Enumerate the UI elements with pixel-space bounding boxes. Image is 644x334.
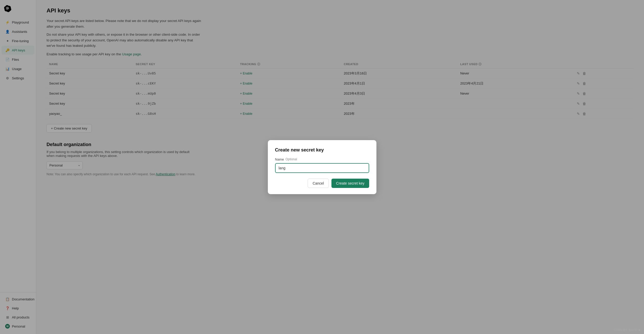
modal-actions: Cancel Create secret key <box>275 179 369 188</box>
cancel-button[interactable]: Cancel <box>308 179 329 188</box>
secret-key-name-input[interactable] <box>275 163 369 173</box>
modal-title: Create new secret key <box>275 147 369 153</box>
create-secret-key-modal: Create new secret key Name Optional Canc… <box>268 140 376 194</box>
watermark: CSDN @1: 知识店 ★ <box>614 328 641 332</box>
modal-optional-label: Optional <box>285 157 297 161</box>
modal-name-label: Name Optional <box>275 157 369 161</box>
modal-overlay[interactable]: Create new secret key Name Optional Canc… <box>0 0 644 334</box>
create-secret-key-button[interactable]: Create secret key <box>331 179 369 188</box>
